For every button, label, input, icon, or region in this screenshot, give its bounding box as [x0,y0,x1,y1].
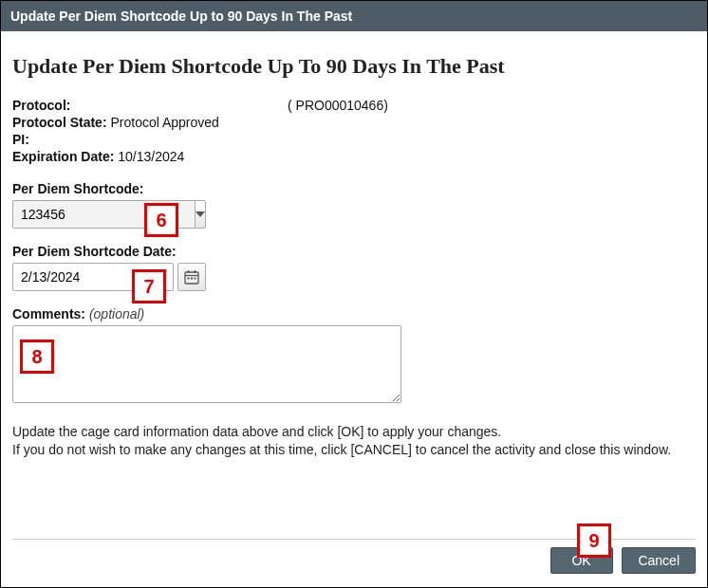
expiration-row: Expiration Date: 10/13/2024 [12,149,696,164]
protocol-label: Protocol: [12,98,288,113]
protocol-meta: Protocol: ( PRO00010466) Protocol State:… [12,98,696,164]
comments-field: Comments: (optional) [12,306,696,406]
ok-button[interactable]: OK [550,547,613,574]
shortcode-date-label: Per Diem Shortcode Date: [12,244,696,259]
instructions-text: Update the cage card information data ab… [12,423,696,459]
caret-down-icon [196,211,205,217]
shortcode-label: Per Diem Shortcode: [12,181,696,196]
dialog-window: Update Per Diem Shortcode Up to 90 Days … [0,0,708,588]
protocol-value: ( PRO00010466) [288,98,388,113]
expiration-label: Expiration Date: [12,149,114,164]
button-row: OK Cancel [12,547,696,574]
page-title: Update Per Diem Shortcode Up To 90 Days … [12,54,696,79]
shortcode-dropdown[interactable] [12,200,202,229]
dialog-footer: OK Cancel [12,539,696,574]
comments-optional-text: (optional) [89,306,144,322]
shortcode-date-field: Per Diem Shortcode Date: [12,244,696,291]
comments-textarea[interactable] [12,325,401,403]
expiration-value: 10/13/2024 [118,149,184,164]
calendar-icon [184,269,199,285]
pi-row: PI: [12,132,696,147]
protocol-state-row: Protocol State: Protocol Approved [12,115,696,130]
dialog-content: Update Per Diem Shortcode Up To 90 Days … [1,31,707,459]
svg-rect-5 [191,278,193,280]
instructions-line-2: If you do not wish to make any changes a… [12,441,696,459]
shortcode-input[interactable] [12,200,195,229]
comments-label: Comments: (optional) [12,306,696,322]
shortcode-date-input[interactable] [12,263,174,291]
protocol-state-value: Protocol Approved [110,115,218,130]
comments-label-text: Comments: [12,306,85,322]
window-title: Update Per Diem Shortcode Up to 90 Days … [10,9,352,24]
protocol-row: Protocol: ( PRO00010466) [12,98,696,113]
protocol-state-label: Protocol State: [12,115,107,130]
instructions-line-1: Update the cage card information data ab… [12,423,696,441]
footer-divider [12,539,696,540]
calendar-button[interactable] [177,263,206,291]
svg-rect-4 [188,278,190,280]
shortcode-dropdown-button[interactable] [195,200,206,229]
shortcode-field: Per Diem Shortcode: [12,181,696,229]
window-titlebar: Update Per Diem Shortcode Up to 90 Days … [1,1,707,31]
svg-rect-6 [195,278,196,280]
pi-label: PI: [12,132,29,147]
cancel-button[interactable]: Cancel [622,547,696,574]
